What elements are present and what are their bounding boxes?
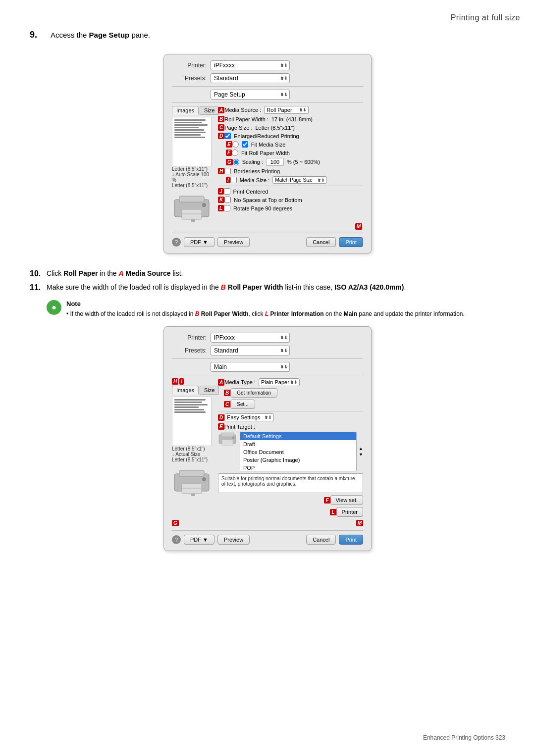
scroll-down-icon[interactable]: ▼ [359,452,363,457]
dialog1-presets-control: Standard ⬆⬇ [211,73,363,83]
row2-d: D Easy Settings ⬆⬇ [218,413,363,421]
step-10-block: 10. Click Roll Paper in the A Media Sour… [30,269,505,278]
row2-d-select[interactable]: Easy Settings ⬆⬇ [224,413,274,421]
row-i-text: Media Size : [240,177,270,183]
radio-f[interactable] [232,150,238,156]
checkbox-k[interactable] [224,197,231,203]
cancel-button[interactable]: Cancel [306,237,336,247]
row-i-value[interactable]: Match Page Size [272,176,327,184]
dialog2-presets-label: Presets: [172,347,207,354]
m-label-area: M [172,223,363,230]
svg-point-9 [202,477,206,481]
list-item-pop[interactable]: POP [240,464,356,471]
question-button2[interactable]: ? [172,535,181,544]
badge-d: D [218,133,224,139]
dialog2-printer-select-wrapper[interactable]: iPFxxxx ⬆⬇ [211,333,290,343]
checkbox-i[interactable] [230,177,237,183]
get-info-button[interactable]: Get Information [230,388,277,398]
preview-button2[interactable]: Preview [217,535,250,545]
row-a-select[interactable]: Roll Paper ⬆⬇ [264,106,309,114]
list-item-poster[interactable]: Poster (Graphic Image) [240,456,356,464]
badge2-f: F [324,497,330,504]
note-bold3: Main [344,310,357,317]
row2-b: B Get Information [218,388,363,398]
row-l-text: Rotate Page 90 degrees [233,205,292,211]
pdf-button2[interactable]: PDF ▼ [184,535,214,545]
checkbox-j[interactable] [224,188,230,195]
preview2-lines [172,397,211,416]
question-button[interactable]: ? [172,238,181,247]
list-item-default[interactable]: Default Settings [240,432,356,440]
row-i-select[interactable]: Match Page Size ⬆⬇ [272,176,327,184]
row-a-value[interactable]: Roll Paper [264,106,309,114]
dialog2-panel-select[interactable]: Main [211,362,290,372]
radio-g[interactable] [233,159,239,165]
row2-e: E Print Target : [218,423,363,430]
page-footer: Enhanced Printing Options 323 [423,734,505,741]
preview-info1: Letter (8.5"x11") [172,166,214,172]
checkbox-l[interactable] [224,205,230,211]
list-item-draft[interactable]: Draft [240,440,356,448]
dialog1-printer-select[interactable]: iPFxxxx [211,60,290,70]
svg-marker-5 [191,219,195,222]
step-9-bold: Page Setup [89,31,130,39]
panel-divider1 [218,186,363,186]
dialog1-panel-select-wrapper[interactable]: Page Setup ⬆⬇ [211,90,290,100]
dialog1-bottom-right: Cancel Print [306,237,363,247]
dialog2-presets-select[interactable]: Standard [211,346,290,355]
dialog1-presets-select[interactable]: Standard [211,73,290,83]
printer-info-button[interactable]: Printer [336,507,363,517]
cancel-button2[interactable]: Cancel [306,535,336,545]
tab-images[interactable]: Images [172,106,199,115]
panel2-divider1 [218,411,363,411]
dialog2-panel-select-wrapper[interactable]: Main ⬆⬇ [211,362,290,372]
row2-a-value[interactable]: Plain Paper [259,378,300,386]
row-l: L Rotate Page 90 degrees [218,205,363,211]
dialog1-presets-select-wrapper[interactable]: Standard ⬆⬇ [211,73,290,83]
dialog1-printer-select-wrapper[interactable]: iPFxxxx ⬆⬇ [211,60,290,70]
row-c: C Page Size : Letter (8.5"x11") [218,124,363,131]
dialog2-presets-select-wrapper[interactable]: Standard ⬆⬇ [211,346,290,355]
row-j-text: Print Centered [233,189,268,195]
preview-info2: ↓ Auto Scale 100 % [172,172,214,183]
row-j-content: Print Centered [224,188,363,195]
badge2-a: A [218,379,224,386]
dialog2-printer-select[interactable]: iPFxxxx [211,333,290,343]
print-button[interactable]: Print [339,237,363,247]
preview-button[interactable]: Preview [217,237,250,247]
print-button2[interactable]: Print [339,535,363,545]
scaling-input[interactable] [266,158,284,166]
tab-size[interactable]: Size [200,106,219,115]
row2-d-value[interactable]: Easy Settings [224,413,274,421]
set-button[interactable]: Set... [230,400,255,409]
dialog1-panel-right: A Media Source : Roll Paper ⬆⬇ B [218,106,363,223]
tab2-images[interactable]: Images [172,386,199,395]
step-11-number: 11. [30,283,47,292]
preview2-info3: Letter (8.5"x11") [172,457,214,462]
tab2-size[interactable]: Size [200,386,219,395]
step-9-block: 9. Access the Page Setup pane. [30,30,505,40]
checkbox-d[interactable] [224,133,231,139]
dialog2-presets-control: Standard ⬆⬇ [211,346,363,355]
row2-a-content: Media Type : Plain Paper ⬆⬇ [224,378,363,386]
badge2-e: E [218,423,224,430]
checkbox-e[interactable] [242,141,248,148]
radio-e[interactable] [232,141,239,148]
dialog2: Printer: iPFxxxx ⬆⬇ Presets: Standard ⬆⬇ [163,326,372,551]
list-scroll-arrows[interactable]: ▲ ▼ [359,432,363,471]
scroll-up-icon[interactable]: ▲ [359,446,363,451]
row2-a-select[interactable]: Plain Paper ⬆⬇ [259,378,300,386]
badge-k: K [218,197,224,203]
checkbox-h[interactable] [224,168,231,174]
dialog1-panel-left: Images Size [172,106,214,223]
pdf-button[interactable]: PDF ▼ [184,237,214,247]
dialog1-panel-select[interactable]: Page Setup [211,90,290,100]
row-g-content: Scaling : % (5 ~ 600%) [233,158,363,166]
row-c-text: Page Size : [224,125,252,131]
dialog2-gm-row: G M [172,519,363,527]
view-set-button[interactable]: View set. [330,495,363,505]
list-item-office[interactable]: Office Document [240,448,356,456]
svg-rect-2 [182,209,202,219]
badge-f: F [226,150,232,156]
dialog1-presets-label: Presets: [172,75,207,82]
